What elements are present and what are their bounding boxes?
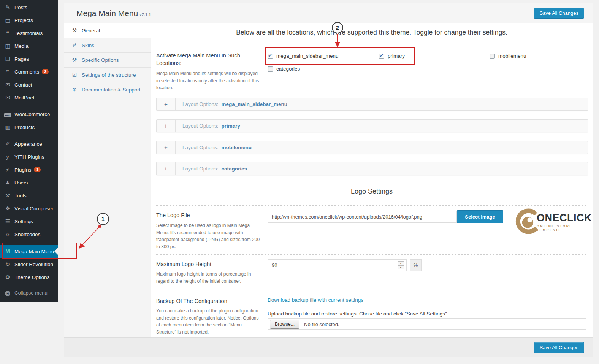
tab-documentation-support[interactable]: ⊕Documentation & Support — [64, 82, 151, 97]
checkbox-label: mobilemenu — [498, 53, 526, 59]
divider — [156, 295, 586, 295]
tab-skins[interactable]: ✐Skins — [64, 38, 151, 53]
sidebar-item-settings[interactable]: ☰Settings — [0, 215, 58, 228]
expand-plus-icon[interactable]: + — [157, 141, 176, 154]
sidebar-item-contact[interactable]: ✉Contact — [0, 78, 58, 91]
sidebar-item-label: Theme Options — [14, 274, 49, 280]
sidebar-item-label: Media — [14, 43, 29, 49]
logo-url-input[interactable] — [268, 211, 457, 223]
layout-options-prefix: Layout Options: — [182, 101, 219, 107]
percent-unit-suffix: % — [410, 259, 422, 271]
sidebar-item-projects[interactable]: ▤Projects — [0, 14, 58, 27]
tab-general[interactable]: ⚒General — [64, 23, 151, 38]
sidebar-item-yith-plugins[interactable]: yYITH Plugins — [0, 150, 58, 163]
checkbox-label: primary — [388, 53, 405, 59]
checkbox-box — [490, 54, 495, 59]
sidebar-item-label: Products — [14, 124, 35, 130]
sidebar-item-collapse-menu[interactable]: ◀Collapse menu — [0, 286, 58, 299]
sidebar-item-comments[interactable]: ❞Comments3 — [0, 65, 58, 78]
settings-icon: ☰ — [4, 218, 11, 224]
sidebar-item-label: Shortcodes — [14, 232, 40, 237]
sidebar-item-plugins[interactable]: ⚡Plugins1 — [0, 163, 58, 176]
sidebar-item-slider-revolution[interactable]: ↻Slider Revolution — [0, 258, 58, 271]
plugin-settings-panel: Mega Main Menuv2.1.1 Save All Changes ⚒G… — [64, 3, 593, 357]
comments-icon: ❞ — [4, 69, 11, 75]
layout-options-row-mobilemenu[interactable]: + Layout Options:mobilemenu — [156, 141, 588, 154]
divider — [156, 254, 586, 255]
hammer-icon: ⚒ — [71, 57, 78, 63]
browse-button[interactable]: Browse... — [270, 320, 300, 329]
stepper-up-button[interactable]: ▲ — [398, 262, 404, 265]
checkbox-mega-main-sidebar-menu[interactable]: mega_main_sidebar_menu — [268, 53, 339, 59]
sidebar-item-label: Visual Composer — [14, 206, 54, 211]
checkbox-categories[interactable]: categories — [268, 66, 300, 72]
expand-plus-icon[interactable]: + — [157, 98, 176, 110]
max-logo-height-field: ▲ ▼ — [268, 259, 407, 271]
sidebar-item-appearance[interactable]: ✐Appearance — [0, 137, 58, 150]
comments-count-badge: 3 — [42, 69, 49, 74]
sidebar-item-visual-composer[interactable]: ❖Visual Composer — [0, 202, 58, 215]
sidebar-item-testimonials[interactable]: ❝Testimonials — [0, 27, 58, 39]
wordpress-admin-page: ✎Posts ▤Projects ❝Testimonials ◫Media ❐P… — [0, 0, 599, 364]
tab-settings-of-structure[interactable]: ☑Settings of the structure — [64, 68, 151, 82]
sidebar-item-label: Projects — [14, 17, 33, 23]
slider-revolution-icon: ↻ — [4, 261, 11, 267]
layout-options-prefix: Layout Options: — [182, 166, 219, 172]
testimonials-icon: ❝ — [4, 30, 11, 36]
sidebar-item-mega-main-menu[interactable]: MMega Main Menu — [0, 245, 58, 258]
plugin-version: v2.1.1 — [139, 12, 151, 17]
logo-settings-heading: Logo Settings — [151, 188, 593, 195]
settings-content: Below are all the locations, which are s… — [151, 23, 593, 337]
sidebar-item-users[interactable]: ♟Users — [0, 176, 58, 189]
admin-sidebar: ✎Posts ▤Projects ❝Testimonials ◫Media ❐P… — [0, 0, 58, 302]
sidebar-item-label: Users — [14, 180, 28, 186]
yith-icon: y — [4, 154, 11, 160]
tab-specific-options[interactable]: ⚒Specific Options — [64, 53, 151, 68]
sidebar-item-tools[interactable]: ⚒Tools — [0, 189, 58, 202]
posts-icon: ✎ — [4, 4, 11, 10]
max-logo-height-description: Maximum logo height in terms of percenta… — [156, 271, 262, 285]
sidebar-item-shortcodes[interactable]: ‹›Shortcodes — [0, 228, 58, 241]
max-logo-height-input[interactable] — [268, 259, 407, 271]
save-all-changes-button-bottom[interactable]: Save All Changes — [534, 342, 584, 353]
backup-file-input[interactable]: Browse... No file selected. — [268, 318, 586, 330]
layout-options-row-mega-main-sidebar-menu[interactable]: + Layout Options:mega_main_sidebar_menu — [156, 98, 588, 111]
layout-options-prefix: Layout Options: — [182, 145, 219, 150]
sidebar-item-products[interactable]: ▥Products — [0, 121, 58, 134]
sidebar-item-woocommerce[interactable]: wooWooCommerce — [0, 108, 58, 121]
logo-tagline-text: ONLINE STORE TEMPLATE — [537, 224, 594, 232]
download-backup-link[interactable]: Download backup file with current settin… — [268, 297, 363, 303]
layout-options-row-categories[interactable]: + Layout Options:categories — [156, 162, 588, 175]
expand-plus-icon[interactable]: + — [157, 162, 176, 175]
checkbox-mobilemenu[interactable]: mobilemenu — [490, 53, 526, 59]
sidebar-item-theme-options[interactable]: ⚙Theme Options — [0, 271, 58, 284]
logo-file-label: The Logo File — [156, 212, 261, 219]
sidebar-item-pages[interactable]: ❐Pages — [0, 52, 58, 65]
sidebar-item-mailpoet[interactable]: ✉MailPoet — [0, 91, 58, 104]
users-icon: ♟ — [4, 180, 11, 186]
sidebar-item-label: WooCommerce — [14, 112, 50, 117]
brush-icon: ✐ — [71, 42, 78, 48]
save-all-changes-button-top[interactable]: Save All Changes — [534, 8, 584, 19]
expand-plus-icon[interactable]: + — [157, 120, 176, 132]
plugins-update-badge: 1 — [34, 167, 41, 172]
sidebar-item-label: Contact — [14, 82, 32, 88]
checkbox-box — [268, 66, 273, 72]
activate-locations-label: Activate Mega Main Menu In Such Location… — [156, 52, 261, 67]
woocommerce-icon: woo — [4, 111, 11, 117]
sidebar-item-label: Slider Revolution — [14, 262, 53, 267]
layout-options-row-primary[interactable]: + Layout Options:primary — [156, 119, 588, 132]
tools-icon: ⚒ — [4, 192, 11, 199]
projects-icon: ▤ — [4, 17, 11, 23]
sidebar-item-posts[interactable]: ✎Posts — [0, 1, 58, 14]
sidebar-item-label: Posts — [14, 5, 27, 10]
globe-icon: ⊕ — [71, 87, 78, 93]
layout-options-name: categories — [222, 166, 247, 172]
sidebar-item-media[interactable]: ◫Media — [0, 39, 58, 52]
sidebar-item-label: MailPoet — [14, 95, 35, 101]
stepper-down-button[interactable]: ▼ — [398, 265, 404, 269]
settings-tabs: ⚒General ✐Skins ⚒Specific Options ☑Setti… — [64, 23, 151, 337]
checkbox-primary[interactable]: primary — [379, 53, 405, 59]
select-image-button[interactable]: Select Image — [457, 210, 503, 223]
checkbox-box — [268, 54, 273, 59]
